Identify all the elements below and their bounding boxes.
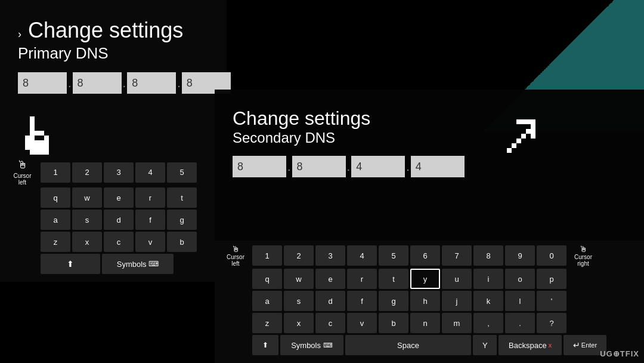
primary-key-b[interactable]: b [167,232,197,252]
secondary-key-e[interactable]: e [315,269,345,289]
secondary-key-2[interactable]: 2 [284,245,314,266]
secondary-key-f[interactable]: f [347,291,377,311]
secondary-key-h[interactable]: h [410,291,440,311]
secondary-key-c[interactable]: c [315,313,345,333]
secondary-key-question[interactable]: ? [537,313,566,333]
primary-key-s[interactable]: s [72,210,102,230]
primary-key-a[interactable]: a [41,210,70,230]
primary-key-t[interactable]: t [167,187,197,208]
secondary-kb-row2: a s d f g h j k l ' [221,291,638,311]
secondary-symbols-icon: ⌨ [323,342,333,349]
primary-key-w[interactable]: w [72,187,102,208]
primary-key-d[interactable]: d [104,210,134,230]
secondary-key-r[interactable]: r [347,269,377,289]
secondary-key-9[interactable]: 9 [505,245,535,266]
secondary-title: Change settings [233,107,370,129]
secondary-key-apostrophe[interactable]: ' [537,291,566,311]
secondary-key-3[interactable]: 3 [315,245,345,266]
secondary-key-l[interactable]: l [505,291,535,311]
secondary-key-q[interactable]: q [252,269,282,289]
primary-dns-row: . . . [18,72,215,94]
secondary-dns-field-4[interactable] [411,156,465,177]
secondary-key-k[interactable]: k [473,291,503,311]
secondary-kb-row1: q w e r t y u i o p [221,269,638,289]
secondary-symbols-key[interactable]: Symbols ⌨ [280,335,343,355]
secondary-key-z[interactable]: z [252,313,282,333]
primary-key-v[interactable]: v [135,232,165,252]
secondary-key-y[interactable]: y [410,269,440,289]
primary-key-g[interactable]: g [167,210,197,230]
primary-key-f[interactable]: f [135,210,165,230]
secondary-key-i[interactable]: i [473,269,503,289]
secondary-space-key[interactable]: Space [345,335,472,355]
secondary-dns-field-3[interactable] [351,156,405,177]
secondary-subtitle: Secondary DNS [233,130,626,146]
secondary-key-v[interactable]: v [347,313,377,333]
secondary-backspace-label: Backspace [509,341,547,350]
secondary-key-period[interactable]: . [505,313,535,333]
primary-cursor-left-side: 🖱 Cursorleft [6,159,39,186]
secondary-cursor-left-label: Cursorleft [227,254,244,267]
secondary-cursor-left-side: 🖱 Cursorleft [221,244,250,267]
secondary-key-x[interactable]: x [284,313,314,333]
primary-caps-key[interactable]: ⬆ [41,254,100,274]
primary-key-c[interactable]: c [104,232,134,252]
secondary-key-4[interactable]: 4 [347,245,377,266]
secondary-key-j[interactable]: j [442,291,472,311]
secondary-dns-field-1[interactable] [233,156,286,177]
secondary-key-5[interactable]: 5 [379,245,408,266]
secondary-key-b[interactable]: b [379,313,408,333]
caps-icon: ⬆ [67,259,74,269]
secondary-cursor-right-label: Cursorright [574,254,592,267]
secondary-kb-bottom-row: ⬆ Symbols ⌨ Space Y Backspace x ↵ Enter [221,335,638,355]
secondary-key-6[interactable]: 6 [410,245,440,266]
secondary-dns-sep-3: . [405,160,411,174]
primary-dns-field-3[interactable] [127,72,176,94]
secondary-key-1[interactable]: 1 [252,245,282,266]
secondary-key-p[interactable]: p [537,269,566,289]
secondary-key-m[interactable]: m [442,313,472,333]
secondary-key-d[interactable]: d [315,291,345,311]
secondary-dns-sep-2: . [346,160,352,174]
primary-key-q[interactable]: q [41,187,70,208]
keyboard-secondary: 🖱 Cursorleft 1 2 3 4 5 6 7 8 9 0 🖱 Curso… [215,241,644,363]
secondary-key-n[interactable]: n [410,313,440,333]
primary-key-1[interactable]: 1 [41,162,70,183]
secondary-key-0[interactable]: 0 [537,245,566,266]
breadcrumb-arrow: › [18,28,21,40]
primary-cursor-left-icon: 🖱 [17,159,28,171]
primary-dns-field-2[interactable] [73,72,122,94]
dns-separator-3: . [176,76,182,90]
secondary-key-t[interactable]: t [379,269,408,289]
secondary-caps-icon: ⬆ [262,341,268,349]
secondary-dns-field-2[interactable] [292,156,346,177]
dns-separator-2: . [122,76,128,90]
primary-key-z[interactable]: z [41,232,70,252]
primary-key-e[interactable]: e [104,187,134,208]
primary-key-x[interactable]: x [72,232,102,252]
secondary-key-o[interactable]: o [505,269,535,289]
secondary-key-a[interactable]: a [252,291,282,311]
primary-key-4[interactable]: 4 [135,162,165,183]
primary-breadcrumb: › Change settings [18,18,215,43]
secondary-backspace-key[interactable]: Backspace x [499,335,562,355]
primary-dns-field-1[interactable] [18,72,67,94]
secondary-enter-icon: ↵ [573,340,580,350]
secondary-key-s[interactable]: s [284,291,314,311]
secondary-key-7[interactable]: 7 [442,245,472,266]
primary-symbols-key[interactable]: Symbols ⌨ [102,254,174,274]
secondary-key-g[interactable]: g [379,291,408,311]
primary-key-3[interactable]: 3 [104,162,134,183]
primary-key-2[interactable]: 2 [72,162,102,183]
keyboard-primary: 🖱 Cursorleft 1 2 3 4 5 q w e r t a s d f… [0,155,227,282]
secondary-key-u[interactable]: u [442,269,472,289]
secondary-key-comma[interactable]: , [473,313,503,333]
secondary-caps-key[interactable]: ⬆ [252,335,278,355]
secondary-y-indicator: Y [473,335,497,355]
primary-key-5[interactable]: 5 [167,162,197,183]
primary-key-r[interactable]: r [135,187,165,208]
secondary-key-8[interactable]: 8 [473,245,503,266]
symbols-icon: ⌨ [148,260,159,268]
secondary-space-label: Space [397,341,419,350]
secondary-key-w[interactable]: w [284,269,314,289]
